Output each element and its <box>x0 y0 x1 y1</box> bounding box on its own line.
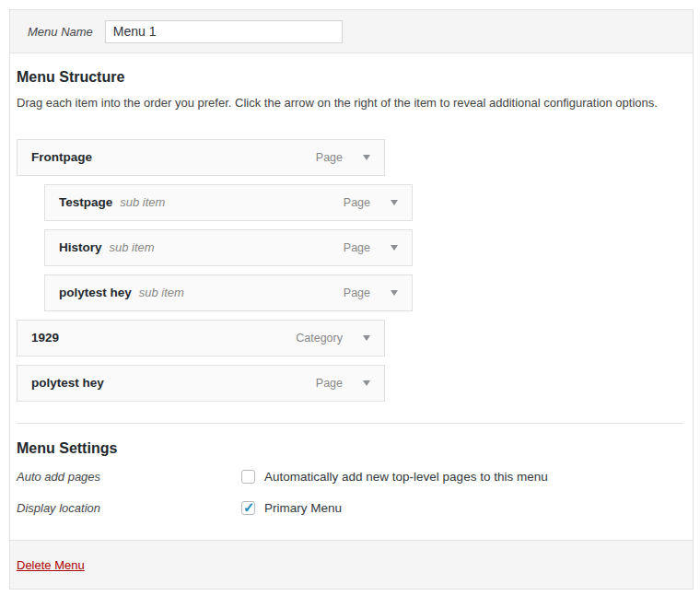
auto-add-pages-row: Auto add pages Automatically add new top… <box>17 467 683 487</box>
auto-add-pages-text: Automatically add new top-level pages to… <box>264 470 548 484</box>
menu-item-1929[interactable]: 1929 Category <box>17 320 385 356</box>
menu-item-title: Frontpage <box>31 150 92 164</box>
menu-edit-panel: Menu Name Menu Structure Drag each item … <box>9 9 694 590</box>
chevron-down-icon[interactable] <box>363 155 370 160</box>
item-controls: Page <box>344 241 398 254</box>
menu-item-list: Frontpage Page Testpage sub item Page Hi… <box>17 139 683 402</box>
chevron-down-icon[interactable] <box>391 290 398 296</box>
menu-item-polytest-sub[interactable]: polytest hey sub item Page <box>44 275 413 311</box>
menu-item-title: History <box>59 240 102 254</box>
primary-menu-checkbox[interactable] <box>241 501 255 515</box>
item-controls: Page <box>344 286 398 299</box>
menu-item-title: Testpage <box>59 195 112 209</box>
menu-edit-body: Menu Structure Drag each item into the o… <box>10 53 693 519</box>
menu-item-polytest[interactable]: polytest hey Page <box>17 365 385 402</box>
menu-name-input[interactable] <box>105 20 343 43</box>
item-type-label: Page <box>344 286 370 299</box>
display-location-row: Display location Primary Menu <box>17 498 683 519</box>
chevron-down-icon[interactable] <box>363 380 370 386</box>
primary-menu-text: Primary Menu <box>264 501 342 515</box>
item-controls: Category <box>296 332 370 345</box>
chevron-down-icon[interactable] <box>391 245 398 251</box>
auto-add-pages-checkbox[interactable] <box>241 470 255 484</box>
item-controls: Page <box>316 151 370 164</box>
menu-item-title: polytest hey <box>31 376 104 390</box>
delete-menu-link[interactable]: Delete Menu <box>17 558 85 572</box>
item-type-label: Category <box>296 332 343 345</box>
section-divider <box>17 423 683 424</box>
auto-add-pages-label: Auto add pages <box>17 470 241 484</box>
sub-item-label: sub item <box>120 195 165 209</box>
menu-name-header: Menu Name <box>10 10 693 53</box>
item-type-label: Page <box>316 377 343 390</box>
menu-item-title: polytest hey <box>59 286 132 299</box>
menu-item-frontpage[interactable]: Frontpage Page <box>17 139 385 176</box>
menu-item-title: 1929 <box>31 331 59 345</box>
menu-footer: Delete Menu <box>10 540 693 589</box>
menu-item-testpage[interactable]: Testpage sub item Page <box>44 184 413 221</box>
display-location-label: Display location <box>17 501 241 515</box>
menu-settings: Auto add pages Automatically add new top… <box>17 467 683 519</box>
item-controls: Page <box>344 196 398 209</box>
menu-name-label: Menu Name <box>28 25 93 39</box>
item-controls: Page <box>316 377 370 390</box>
drag-instructions: Drag each item into the order you prefer… <box>17 97 683 111</box>
item-type-label: Page <box>344 196 370 209</box>
sub-item-label: sub item <box>110 240 155 254</box>
menu-structure-title: Menu Structure <box>17 69 683 86</box>
chevron-down-icon[interactable] <box>391 200 398 205</box>
item-type-label: Page <box>344 241 370 254</box>
chevron-down-icon[interactable] <box>363 335 370 341</box>
menu-item-history[interactable]: History sub item Page <box>44 229 413 266</box>
item-type-label: Page <box>316 151 343 164</box>
sub-item-label: sub item <box>139 286 184 299</box>
menu-settings-title: Menu Settings <box>17 440 683 457</box>
